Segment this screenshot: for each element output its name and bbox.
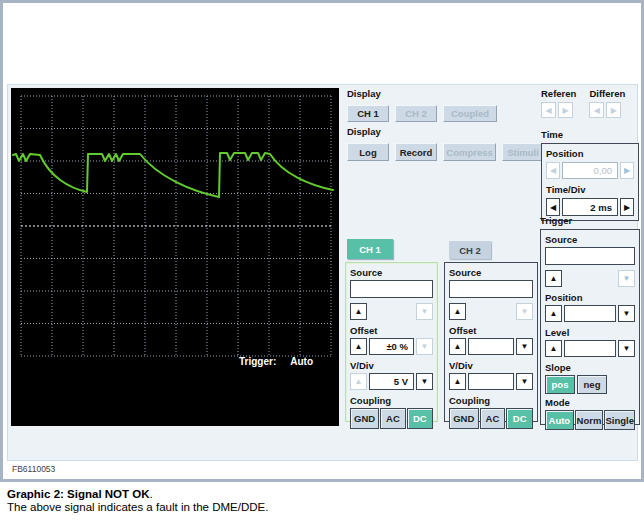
trigger-level-up-button[interactable]: ▲ [545, 340, 562, 357]
ch1-offset-value[interactable]: ±0 % [369, 338, 414, 355]
time-position-left-button[interactable]: ◀ [546, 162, 560, 179]
caption-title-period: . [150, 488, 153, 500]
ch1-source-down-button[interactable]: ▼ [416, 303, 433, 320]
caption-title: Graphic 2: Signal NOT OK. [7, 488, 268, 501]
time-label: Time [541, 129, 639, 140]
trigger-level-down-button[interactable]: ▼ [618, 340, 635, 357]
trigger-level-label: Level [545, 327, 635, 338]
trigger-readout-label: Trigger: [239, 356, 276, 367]
difference-group: Differen ◀ ▶ [589, 88, 625, 118]
trigger-source-down-button[interactable]: ▼ [618, 270, 635, 287]
timediv-left-button[interactable]: ◀ [546, 198, 560, 216]
down-arrow-icon: ▼ [421, 377, 429, 386]
up-arrow-icon: ▲ [355, 377, 363, 386]
display-coupled-button[interactable]: Coupled [443, 105, 497, 122]
tab-ch1[interactable]: CH 1 [347, 239, 393, 259]
timediv-value[interactable]: 2 ms [562, 198, 618, 216]
ch1-vdiv-down-button[interactable]: ▼ [416, 373, 433, 390]
ch1-panel: Source ▲ ▼ Offset ▲ ±0 % ▼ V/Div ▲ 5 V ▼ [345, 262, 438, 422]
timediv-right-button[interactable]: ▶ [620, 198, 634, 216]
ch1-offset-down-button[interactable]: ▼ [416, 338, 433, 355]
reference-left-button[interactable]: ◀ [541, 102, 556, 118]
up-arrow-icon: ▲ [550, 274, 558, 283]
trigger-source-up-button[interactable]: ▲ [545, 270, 562, 287]
ch2-offset-value[interactable] [468, 338, 514, 355]
caption-body: The above signal indicates a fault in th… [7, 501, 268, 514]
reference-group: Referen ◀ ▶ [541, 88, 576, 118]
up-arrow-icon: ▲ [454, 377, 462, 386]
trigger-position-down-button[interactable]: ▼ [618, 305, 635, 322]
trigger-position-up-button[interactable]: ▲ [545, 305, 562, 322]
ch2-offset-up-button[interactable]: ▲ [449, 338, 466, 355]
display-ch2-button[interactable]: CH 2 [395, 105, 437, 122]
down-arrow-icon: ▼ [623, 309, 631, 318]
time-position-right-button[interactable]: ▶ [620, 162, 634, 179]
trigger-source-input[interactable] [545, 247, 635, 265]
reference-label: Referen [541, 88, 576, 99]
ch2-offset-down-button[interactable]: ▼ [516, 338, 533, 355]
difference-left-button[interactable]: ◀ [589, 102, 604, 118]
record-button[interactable]: Record [395, 143, 437, 161]
tab-ch2[interactable]: CH 2 [449, 241, 491, 259]
ch1-coupling-label: Coupling [350, 395, 433, 406]
down-arrow-icon: ▼ [521, 342, 529, 351]
down-arrow-icon: ▼ [421, 307, 429, 316]
reference-right-button[interactable]: ▶ [558, 102, 573, 118]
left-arrow-icon: ◀ [594, 106, 600, 115]
timediv-label: Time/Div [546, 184, 634, 195]
time-panel: Position ◀ 0,00 ▶ Time/Div ◀ 2 ms ▶ [541, 143, 639, 221]
difference-right-button[interactable]: ▶ [606, 102, 621, 118]
up-arrow-icon: ▲ [550, 309, 558, 318]
trigger-label: Trigger [540, 215, 640, 226]
ch2-coupling-gnd-button[interactable]: GND [449, 408, 479, 429]
down-arrow-icon: ▼ [521, 377, 529, 386]
ch1-coupling-gnd-button[interactable]: GND [350, 408, 379, 429]
trigger-slope-pos-button[interactable]: pos [545, 375, 575, 394]
ch2-source-input[interactable] [449, 280, 533, 298]
ch1-vdiv-up-button[interactable]: ▲ [350, 373, 367, 390]
display-ch1-button[interactable]: CH 1 [347, 105, 389, 122]
ch1-vdiv-value[interactable]: 5 V [369, 373, 414, 390]
ch1-coupling-dc-button[interactable]: DC [407, 408, 433, 429]
display-channel-group: Display CH 1 CH 2 Coupled [347, 88, 497, 122]
ch1-source-input[interactable] [350, 280, 433, 298]
compress-button[interactable]: Compress [443, 143, 496, 161]
trigger-mode-auto-button[interactable]: Auto [545, 410, 574, 430]
log-button[interactable]: Log [347, 143, 389, 161]
down-arrow-icon: ▼ [623, 274, 631, 283]
ch1-source-label: Source [350, 267, 433, 278]
trigger-source-label: Source [545, 234, 635, 245]
ch2-source-down-button[interactable]: ▼ [516, 303, 533, 320]
ch2-coupling-dc-button[interactable]: DC [506, 408, 533, 429]
down-arrow-icon: ▼ [521, 307, 529, 316]
caption: Graphic 2: Signal NOT OK. The above sign… [7, 488, 268, 514]
time-position-value[interactable]: 0,00 [562, 162, 618, 179]
ch2-vdiv-up-button[interactable]: ▲ [449, 373, 466, 390]
display-channel-label: Display [347, 88, 497, 99]
trigger-slope-neg-button[interactable]: neg [577, 375, 607, 394]
left-arrow-icon: ◀ [545, 106, 551, 115]
right-arrow-icon: ▶ [611, 106, 617, 115]
trigger-mode-single-button[interactable]: Single [604, 410, 635, 430]
trigger-position-value[interactable] [564, 305, 616, 322]
trigger-position-label: Position [545, 292, 635, 303]
left-arrow-icon: ◀ [550, 203, 556, 212]
display-mode-group: Display Log Record Compress Stimuli [347, 126, 544, 161]
reference-difference-group: Referen ◀ ▶ Differen ◀ ▶ [541, 88, 625, 118]
caption-title-text: Graphic 2: Signal NOT OK [7, 488, 150, 500]
up-arrow-icon: ▲ [550, 344, 558, 353]
display-mode-label: Display [347, 126, 544, 137]
stimuli-button[interactable]: Stimuli [502, 143, 544, 161]
ch1-coupling-ac-button[interactable]: AC [380, 408, 405, 429]
ch2-vdiv-down-button[interactable]: ▼ [516, 373, 533, 390]
trigger-mode-label: Mode [545, 397, 635, 408]
ch1-offset-up-button[interactable]: ▲ [350, 338, 367, 355]
ch1-source-up-button[interactable]: ▲ [350, 303, 367, 320]
ch2-vdiv-value[interactable] [468, 373, 514, 390]
time-position-label: Position [546, 148, 634, 159]
trigger-level-value[interactable] [564, 340, 616, 357]
ch2-source-up-button[interactable]: ▲ [449, 303, 466, 320]
up-arrow-icon: ▲ [355, 307, 363, 316]
ch2-coupling-ac-button[interactable]: AC [480, 408, 506, 429]
trigger-mode-norm-button[interactable]: Norm [575, 410, 604, 430]
